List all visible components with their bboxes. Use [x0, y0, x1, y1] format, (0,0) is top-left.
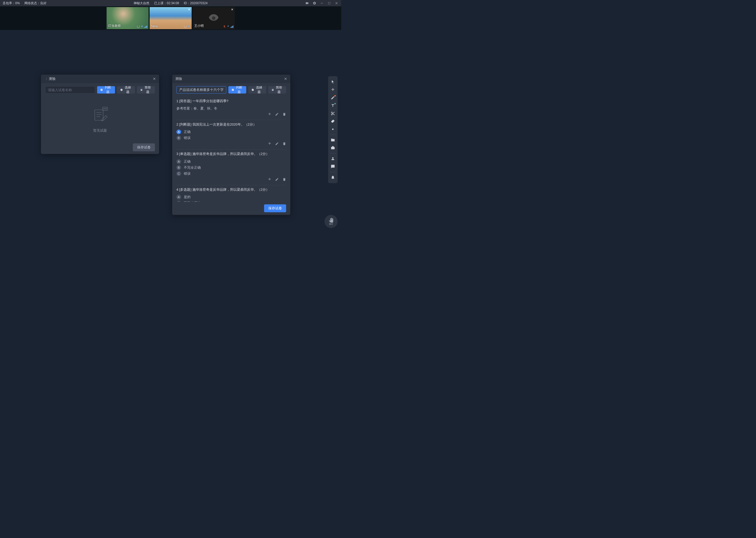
video-tile-teacher[interactable]: 叮当老师	[107, 7, 149, 29]
quiz-panel-empty: 〈 测验 ✕ 判断题 选择题 简答题	[41, 75, 159, 154]
svg-point-7	[103, 108, 104, 109]
top-status-bar: 丢包率：0% 网络状态：良好 神秘大自然 已上课：02:34:09 ID：202…	[0, 0, 341, 6]
quiz-title-input[interactable]	[45, 86, 95, 93]
maximize-icon[interactable]	[327, 1, 331, 5]
text-tool-icon[interactable]	[329, 102, 337, 109]
option-label: 错误	[184, 135, 191, 140]
video-row: 叮当老师 ✕ Nina ✕ 王小明	[0, 6, 341, 30]
participant-name: 王小明	[194, 24, 204, 28]
panel-title: 测验	[175, 77, 284, 81]
bell-icon[interactable]	[329, 174, 337, 181]
camera-off-icon	[209, 13, 219, 24]
svg-rect-2	[95, 110, 103, 120]
question-title: 2 [判断题] 我国宪法上一次更新是在2020年。（2分）	[176, 122, 286, 127]
quiz-panel-filled: 测验 ✕ 判断题 选择题 简答题 1 [简答题] 一年四季分别是哪四季?参考答案…	[172, 75, 290, 215]
eraser-tool-icon[interactable]	[329, 118, 337, 125]
video-tile-student[interactable]: ✕ Nina	[150, 7, 192, 29]
option-label: 不完全正确	[184, 165, 201, 170]
option-badge: B	[176, 135, 181, 140]
close-icon[interactable]	[334, 1, 339, 5]
delete-question-icon[interactable]	[282, 112, 286, 116]
loading-icon	[137, 25, 140, 28]
question-item: 4 [多选题] 施华洛世奇是反华品牌，所以梁鼎琪反华。（2分）A是的B不完全正确…	[176, 185, 286, 202]
tile-close-icon[interactable]: ✕	[188, 8, 190, 11]
toolbox-icon[interactable]	[329, 144, 337, 152]
cursor-tool-icon[interactable]	[329, 78, 337, 86]
question-item: 3 [单选题] 施华洛世奇是反华品牌，所以梁鼎琪反华。（2分）A正确B不完全正确…	[176, 149, 286, 185]
option-badge: A	[176, 130, 181, 134]
answer-option[interactable]: C错误	[176, 171, 286, 176]
tile-close-icon[interactable]: ✕	[231, 8, 233, 11]
loading-icon	[184, 25, 187, 28]
mic-on-icon	[141, 25, 143, 28]
chat-icon[interactable]	[329, 163, 337, 170]
add-short-answer-button[interactable]: 简答题	[268, 86, 286, 93]
signal-bars-icon	[230, 26, 233, 28]
scissors-tool-icon[interactable]	[329, 110, 337, 117]
elapsed-time: 已上课：02:34:09	[154, 1, 179, 6]
svg-rect-0	[321, 3, 323, 3]
panel-close-icon[interactable]: ✕	[153, 77, 156, 81]
reference-answer: 参考答案：春、夏、秋、冬	[176, 106, 286, 111]
empty-state-icon	[89, 105, 111, 126]
save-quiz-button[interactable]: 保存试卷	[133, 143, 155, 151]
delete-question-icon[interactable]	[282, 142, 286, 145]
mic-off-icon	[223, 25, 226, 28]
svg-point-9	[106, 108, 107, 109]
question-title: 3 [单选题] 施华洛世奇是反华品牌，所以梁鼎琪反华。（2分）	[176, 152, 286, 156]
option-label: 是的	[184, 195, 191, 199]
course-title: 神秘大自然	[134, 1, 149, 6]
option-badge: A	[176, 195, 181, 199]
answer-option[interactable]: B不完全正确	[176, 201, 286, 202]
option-label: 正确	[184, 130, 191, 134]
panel-title: 测验	[49, 77, 153, 81]
back-icon[interactable]: 〈	[44, 77, 47, 81]
hand-count: 0/2	[329, 223, 333, 225]
option-badge: A	[176, 159, 181, 164]
pen-tool-icon[interactable]	[329, 94, 337, 101]
add-choice-button[interactable]: 选择题	[117, 86, 135, 93]
raise-hand-button[interactable]: 0/2	[324, 215, 338, 228]
move-tool-icon[interactable]	[329, 86, 337, 93]
question-item: 2 [判断题] 我国宪法上一次更新是在2020年。（2分）A正确B错误	[176, 120, 286, 149]
participant-name: Nina	[151, 25, 158, 28]
move-question-icon[interactable]	[268, 112, 271, 116]
move-question-icon[interactable]	[268, 178, 271, 181]
minimize-icon[interactable]	[320, 1, 324, 5]
camera-icon[interactable]	[305, 1, 309, 5]
svg-point-10	[332, 129, 333, 130]
answer-option[interactable]: A正确	[176, 159, 286, 164]
move-question-icon[interactable]	[268, 142, 271, 145]
video-tile-student[interactable]: ✕ 王小明	[193, 7, 235, 29]
svg-point-1	[212, 16, 215, 20]
panel-close-icon[interactable]: ✕	[284, 77, 287, 81]
folder-icon[interactable]	[329, 136, 337, 144]
add-judge-button[interactable]: 判断题	[228, 86, 246, 93]
answer-option[interactable]: B不完全正确	[176, 165, 286, 170]
answer-option[interactable]: A是的	[176, 195, 286, 199]
empty-state-text: 暂无试题	[93, 128, 107, 133]
answer-option[interactable]: B错误	[176, 135, 286, 140]
svg-point-8	[105, 108, 105, 109]
packet-loss-label: 丢包率：0%	[3, 1, 20, 6]
mic-on-icon	[227, 25, 229, 28]
add-choice-button[interactable]: 选择题	[248, 86, 266, 93]
delete-question-icon[interactable]	[282, 178, 286, 181]
add-short-answer-button[interactable]: 简答题	[137, 86, 155, 93]
question-title: 1 [简答题] 一年四季分别是哪四季?	[176, 99, 286, 103]
save-quiz-button[interactable]: 保存试卷	[264, 204, 286, 212]
quiz-title-input[interactable]	[176, 86, 226, 93]
option-badge: C	[176, 171, 181, 176]
answer-option[interactable]: A正确	[176, 130, 286, 134]
panel-header: 测验 ✕	[172, 75, 290, 83]
option-badge: B	[176, 201, 181, 202]
edit-question-icon[interactable]	[275, 178, 279, 181]
user-icon[interactable]	[329, 155, 337, 162]
question-title: 4 [多选题] 施华洛世奇是反华品牌，所以梁鼎琪反华。（2分）	[176, 187, 286, 192]
edit-question-icon[interactable]	[275, 142, 279, 145]
laser-tool-icon[interactable]	[329, 126, 337, 133]
add-judge-button[interactable]: 判断题	[97, 86, 115, 93]
settings-icon[interactable]	[312, 1, 316, 5]
edit-question-icon[interactable]	[275, 112, 279, 116]
session-id: ID：2020070324	[184, 1, 208, 6]
